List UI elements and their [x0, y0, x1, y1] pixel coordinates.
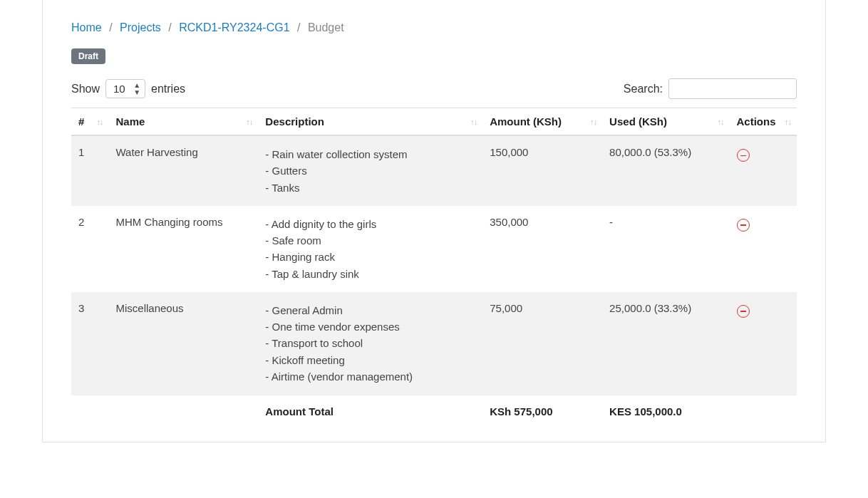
cell-description: - General Admin- One time vendor expense…	[258, 292, 482, 395]
cell-name: Water Harvesting	[108, 135, 258, 206]
cell-amount: 150,000	[482, 135, 602, 206]
remove-icon[interactable]	[737, 149, 750, 162]
cell-used: 25,000.0 (33.3%)	[602, 292, 729, 395]
show-label: Show	[71, 83, 100, 95]
breadcrumb-separator: /	[297, 21, 300, 33]
sort-icon: ↑↓	[470, 119, 477, 124]
table-row: 1Water Harvesting- Rain water collection…	[71, 135, 797, 206]
sort-icon: ↑↓	[590, 119, 596, 124]
cell-amount: 350,000	[482, 206, 602, 292]
page-length-select[interactable]: 10 ▲▼	[105, 79, 145, 98]
column-header-actions[interactable]: Actions ↑↓	[730, 108, 797, 136]
table-row: 3Miscellaneous- General Admin- One time …	[71, 292, 797, 395]
page-length-value: 10	[113, 83, 125, 95]
breadcrumb-projects[interactable]: Projects	[120, 21, 161, 33]
cell-used: 80,000.0 (53.3%)	[602, 135, 729, 206]
footer-used-total: KES 105,000.0	[602, 395, 729, 428]
cell-number: 3	[71, 292, 108, 395]
remove-icon[interactable]	[737, 305, 750, 318]
sort-icon: ↑↓	[718, 119, 724, 124]
breadcrumb-current: Budget	[308, 21, 344, 33]
entries-label: entries	[151, 83, 185, 95]
status-badge: Draft	[71, 48, 105, 64]
cell-number: 2	[71, 206, 108, 292]
cell-actions	[730, 135, 797, 206]
column-label: Actions	[737, 115, 776, 128]
search-control: Search:	[624, 78, 797, 99]
search-input[interactable]	[668, 78, 797, 99]
footer-label: Amount Total	[258, 395, 482, 428]
budget-table: # ↑↓ Name ↑↓ Description ↑↓ Amount (KSh)…	[71, 108, 797, 427]
breadcrumb-separator: /	[168, 21, 171, 33]
page-length-control: Show 10 ▲▼ entries	[71, 79, 185, 98]
cell-number: 1	[71, 135, 108, 206]
search-label: Search:	[624, 83, 663, 95]
cell-description: - Rain water collection system- Gutters-…	[258, 135, 482, 206]
column-label: #	[78, 115, 84, 128]
remove-icon[interactable]	[737, 219, 750, 232]
cell-name: MHM Changing rooms	[108, 206, 258, 292]
sort-icon: ↑↓	[785, 119, 791, 124]
sort-icon: ↑↓	[96, 119, 103, 124]
cell-used: -	[602, 206, 729, 292]
cell-actions	[730, 292, 797, 395]
cell-description: - Add dignity to the girls- Safe room- H…	[258, 206, 482, 292]
table-footer-row: Amount Total KSh 575,000 KES 105,000.0	[71, 395, 797, 428]
footer-amount-total: KSh 575,000	[482, 395, 602, 428]
breadcrumb: Home / Projects / RCKD1-RY2324-CG1 / Bud…	[71, 21, 797, 34]
column-header-used[interactable]: Used (KSh) ↑↓	[602, 108, 729, 136]
cell-actions	[730, 206, 797, 292]
breadcrumb-project-code[interactable]: RCKD1-RY2324-CG1	[179, 21, 289, 33]
column-label: Amount (KSh)	[490, 115, 562, 128]
cell-amount: 75,000	[482, 292, 602, 395]
breadcrumb-separator: /	[109, 21, 112, 33]
table-row: 2MHM Changing rooms- Add dignity to the …	[71, 206, 797, 292]
select-caret-icon: ▲▼	[133, 82, 140, 96]
sort-icon: ↑↓	[246, 119, 252, 124]
column-label: Name	[115, 115, 145, 128]
column-header-name[interactable]: Name ↑↓	[108, 108, 258, 136]
column-header-description[interactable]: Description ↑↓	[258, 108, 482, 136]
cell-name: Miscellaneous	[108, 292, 258, 395]
column-header-number[interactable]: # ↑↓	[71, 108, 108, 136]
breadcrumb-home[interactable]: Home	[71, 21, 102, 33]
column-header-amount[interactable]: Amount (KSh) ↑↓	[482, 108, 602, 136]
column-label: Used (KSh)	[609, 115, 667, 128]
column-label: Description	[265, 115, 324, 128]
